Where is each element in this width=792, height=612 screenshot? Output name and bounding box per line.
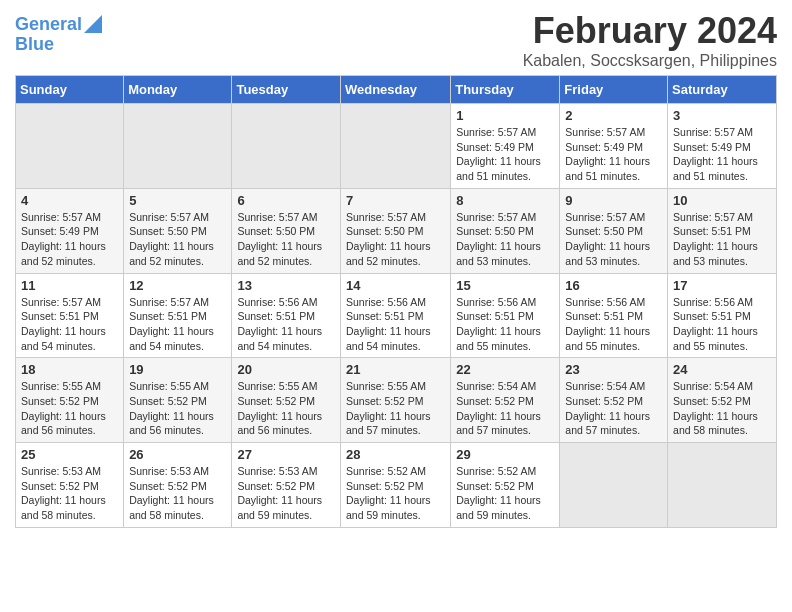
svg-marker-0 — [84, 15, 102, 33]
calendar-cell: 14Sunrise: 5:56 AMSunset: 5:51 PMDayligh… — [340, 273, 450, 358]
day-number: 9 — [565, 193, 662, 208]
calendar-cell: 29Sunrise: 5:52 AMSunset: 5:52 PMDayligh… — [451, 443, 560, 528]
day-number: 8 — [456, 193, 554, 208]
calendar-cell — [668, 443, 777, 528]
day-detail: Sunrise: 5:55 AMSunset: 5:52 PMDaylight:… — [237, 379, 335, 438]
day-number: 27 — [237, 447, 335, 462]
page-header: General Blue February 2024 Kabalen, Socc… — [15, 10, 777, 70]
calendar-cell: 25Sunrise: 5:53 AMSunset: 5:52 PMDayligh… — [16, 443, 124, 528]
header-monday: Monday — [124, 76, 232, 104]
calendar-cell: 4Sunrise: 5:57 AMSunset: 5:49 PMDaylight… — [16, 188, 124, 273]
calendar-cell: 3Sunrise: 5:57 AMSunset: 5:49 PMDaylight… — [668, 104, 777, 189]
day-detail: Sunrise: 5:57 AMSunset: 5:51 PMDaylight:… — [673, 210, 771, 269]
calendar-cell: 17Sunrise: 5:56 AMSunset: 5:51 PMDayligh… — [668, 273, 777, 358]
calendar-cell: 21Sunrise: 5:55 AMSunset: 5:52 PMDayligh… — [340, 358, 450, 443]
calendar-cell: 11Sunrise: 5:57 AMSunset: 5:51 PMDayligh… — [16, 273, 124, 358]
day-number: 28 — [346, 447, 445, 462]
header-thursday: Thursday — [451, 76, 560, 104]
calendar-cell: 6Sunrise: 5:57 AMSunset: 5:50 PMDaylight… — [232, 188, 341, 273]
day-number: 4 — [21, 193, 118, 208]
day-detail: Sunrise: 5:56 AMSunset: 5:51 PMDaylight:… — [456, 295, 554, 354]
calendar-cell: 22Sunrise: 5:54 AMSunset: 5:52 PMDayligh… — [451, 358, 560, 443]
day-number: 15 — [456, 278, 554, 293]
day-detail: Sunrise: 5:54 AMSunset: 5:52 PMDaylight:… — [673, 379, 771, 438]
day-detail: Sunrise: 5:56 AMSunset: 5:51 PMDaylight:… — [565, 295, 662, 354]
day-number: 29 — [456, 447, 554, 462]
day-detail: Sunrise: 5:57 AMSunset: 5:51 PMDaylight:… — [129, 295, 226, 354]
logo-icon — [84, 15, 102, 33]
calendar-cell: 12Sunrise: 5:57 AMSunset: 5:51 PMDayligh… — [124, 273, 232, 358]
calendar-header-row: Sunday Monday Tuesday Wednesday Thursday… — [16, 76, 777, 104]
day-number: 19 — [129, 362, 226, 377]
day-number: 2 — [565, 108, 662, 123]
day-detail: Sunrise: 5:57 AMSunset: 5:49 PMDaylight:… — [565, 125, 662, 184]
calendar-cell: 23Sunrise: 5:54 AMSunset: 5:52 PMDayligh… — [560, 358, 668, 443]
calendar-table: Sunday Monday Tuesday Wednesday Thursday… — [15, 75, 777, 528]
calendar-cell: 8Sunrise: 5:57 AMSunset: 5:50 PMDaylight… — [451, 188, 560, 273]
day-detail: Sunrise: 5:53 AMSunset: 5:52 PMDaylight:… — [21, 464, 118, 523]
calendar-cell: 16Sunrise: 5:56 AMSunset: 5:51 PMDayligh… — [560, 273, 668, 358]
calendar-week-row: 1Sunrise: 5:57 AMSunset: 5:49 PMDaylight… — [16, 104, 777, 189]
day-number: 16 — [565, 278, 662, 293]
day-detail: Sunrise: 5:57 AMSunset: 5:50 PMDaylight:… — [456, 210, 554, 269]
day-number: 25 — [21, 447, 118, 462]
calendar-body: 1Sunrise: 5:57 AMSunset: 5:49 PMDaylight… — [16, 104, 777, 528]
day-detail: Sunrise: 5:52 AMSunset: 5:52 PMDaylight:… — [456, 464, 554, 523]
logo: General Blue — [15, 15, 102, 55]
calendar-cell: 10Sunrise: 5:57 AMSunset: 5:51 PMDayligh… — [668, 188, 777, 273]
calendar-cell: 26Sunrise: 5:53 AMSunset: 5:52 PMDayligh… — [124, 443, 232, 528]
day-detail: Sunrise: 5:57 AMSunset: 5:50 PMDaylight:… — [129, 210, 226, 269]
day-number: 22 — [456, 362, 554, 377]
day-detail: Sunrise: 5:54 AMSunset: 5:52 PMDaylight:… — [565, 379, 662, 438]
calendar-cell: 19Sunrise: 5:55 AMSunset: 5:52 PMDayligh… — [124, 358, 232, 443]
day-number: 1 — [456, 108, 554, 123]
calendar-cell — [124, 104, 232, 189]
day-number: 6 — [237, 193, 335, 208]
calendar-cell: 18Sunrise: 5:55 AMSunset: 5:52 PMDayligh… — [16, 358, 124, 443]
day-detail: Sunrise: 5:55 AMSunset: 5:52 PMDaylight:… — [21, 379, 118, 438]
calendar-cell — [232, 104, 341, 189]
day-detail: Sunrise: 5:57 AMSunset: 5:51 PMDaylight:… — [21, 295, 118, 354]
day-detail: Sunrise: 5:55 AMSunset: 5:52 PMDaylight:… — [129, 379, 226, 438]
calendar-cell: 1Sunrise: 5:57 AMSunset: 5:49 PMDaylight… — [451, 104, 560, 189]
day-number: 5 — [129, 193, 226, 208]
day-detail: Sunrise: 5:56 AMSunset: 5:51 PMDaylight:… — [237, 295, 335, 354]
day-detail: Sunrise: 5:57 AMSunset: 5:49 PMDaylight:… — [456, 125, 554, 184]
day-number: 3 — [673, 108, 771, 123]
calendar-cell: 15Sunrise: 5:56 AMSunset: 5:51 PMDayligh… — [451, 273, 560, 358]
calendar-week-row: 18Sunrise: 5:55 AMSunset: 5:52 PMDayligh… — [16, 358, 777, 443]
day-detail: Sunrise: 5:57 AMSunset: 5:50 PMDaylight:… — [346, 210, 445, 269]
day-number: 17 — [673, 278, 771, 293]
page-subtitle: Kabalen, Soccsksargen, Philippines — [523, 52, 777, 70]
calendar-cell — [340, 104, 450, 189]
header-tuesday: Tuesday — [232, 76, 341, 104]
day-number: 20 — [237, 362, 335, 377]
day-detail: Sunrise: 5:57 AMSunset: 5:50 PMDaylight:… — [565, 210, 662, 269]
day-number: 10 — [673, 193, 771, 208]
day-number: 26 — [129, 447, 226, 462]
day-detail: Sunrise: 5:53 AMSunset: 5:52 PMDaylight:… — [129, 464, 226, 523]
day-detail: Sunrise: 5:57 AMSunset: 5:49 PMDaylight:… — [21, 210, 118, 269]
page-title: February 2024 — [523, 10, 777, 52]
logo-text-line2: Blue — [15, 35, 54, 55]
calendar-week-row: 4Sunrise: 5:57 AMSunset: 5:49 PMDaylight… — [16, 188, 777, 273]
calendar-cell: 7Sunrise: 5:57 AMSunset: 5:50 PMDaylight… — [340, 188, 450, 273]
calendar-cell: 20Sunrise: 5:55 AMSunset: 5:52 PMDayligh… — [232, 358, 341, 443]
day-detail: Sunrise: 5:57 AMSunset: 5:50 PMDaylight:… — [237, 210, 335, 269]
day-detail: Sunrise: 5:52 AMSunset: 5:52 PMDaylight:… — [346, 464, 445, 523]
calendar-cell: 9Sunrise: 5:57 AMSunset: 5:50 PMDaylight… — [560, 188, 668, 273]
title-block: February 2024 Kabalen, Soccsksargen, Phi… — [523, 10, 777, 70]
header-friday: Friday — [560, 76, 668, 104]
day-number: 21 — [346, 362, 445, 377]
day-number: 24 — [673, 362, 771, 377]
day-detail: Sunrise: 5:54 AMSunset: 5:52 PMDaylight:… — [456, 379, 554, 438]
day-detail: Sunrise: 5:57 AMSunset: 5:49 PMDaylight:… — [673, 125, 771, 184]
calendar-cell — [560, 443, 668, 528]
calendar-cell: 27Sunrise: 5:53 AMSunset: 5:52 PMDayligh… — [232, 443, 341, 528]
day-number: 7 — [346, 193, 445, 208]
day-detail: Sunrise: 5:53 AMSunset: 5:52 PMDaylight:… — [237, 464, 335, 523]
logo-text-line1: General — [15, 15, 82, 35]
calendar-cell: 13Sunrise: 5:56 AMSunset: 5:51 PMDayligh… — [232, 273, 341, 358]
day-number: 13 — [237, 278, 335, 293]
calendar-cell — [16, 104, 124, 189]
